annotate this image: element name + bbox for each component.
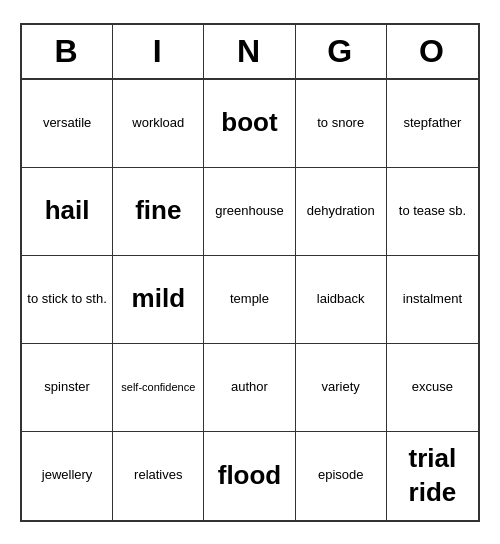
bingo-cell: boot [204, 80, 295, 168]
bingo-cell: dehydration [296, 168, 387, 256]
header-letter: G [296, 25, 387, 78]
bingo-header: BINGO [22, 25, 478, 80]
bingo-cell: hail [22, 168, 113, 256]
header-letter: B [22, 25, 113, 78]
bingo-cell: trial ride [387, 432, 478, 520]
bingo-cell: workload [113, 80, 204, 168]
bingo-cell: greenhouse [204, 168, 295, 256]
bingo-cell: instalment [387, 256, 478, 344]
bingo-cell: to snore [296, 80, 387, 168]
bingo-cell: laidback [296, 256, 387, 344]
header-letter: O [387, 25, 478, 78]
bingo-cell: temple [204, 256, 295, 344]
bingo-cell: excuse [387, 344, 478, 432]
bingo-cell: episode [296, 432, 387, 520]
bingo-cell: author [204, 344, 295, 432]
bingo-cell: versatile [22, 80, 113, 168]
bingo-cell: to tease sb. [387, 168, 478, 256]
bingo-cell: spinster [22, 344, 113, 432]
bingo-cell: relatives [113, 432, 204, 520]
header-letter: N [204, 25, 295, 78]
bingo-cell: fine [113, 168, 204, 256]
bingo-cell: stepfather [387, 80, 478, 168]
bingo-grid: versatileworkloadbootto snorestepfatherh… [22, 80, 478, 520]
bingo-card: BINGO versatileworkloadbootto snorestepf… [20, 23, 480, 522]
bingo-cell: mild [113, 256, 204, 344]
bingo-cell: flood [204, 432, 295, 520]
bingo-cell: self-confidence [113, 344, 204, 432]
bingo-cell: variety [296, 344, 387, 432]
bingo-cell: jewellery [22, 432, 113, 520]
bingo-cell: to stick to sth. [22, 256, 113, 344]
header-letter: I [113, 25, 204, 78]
